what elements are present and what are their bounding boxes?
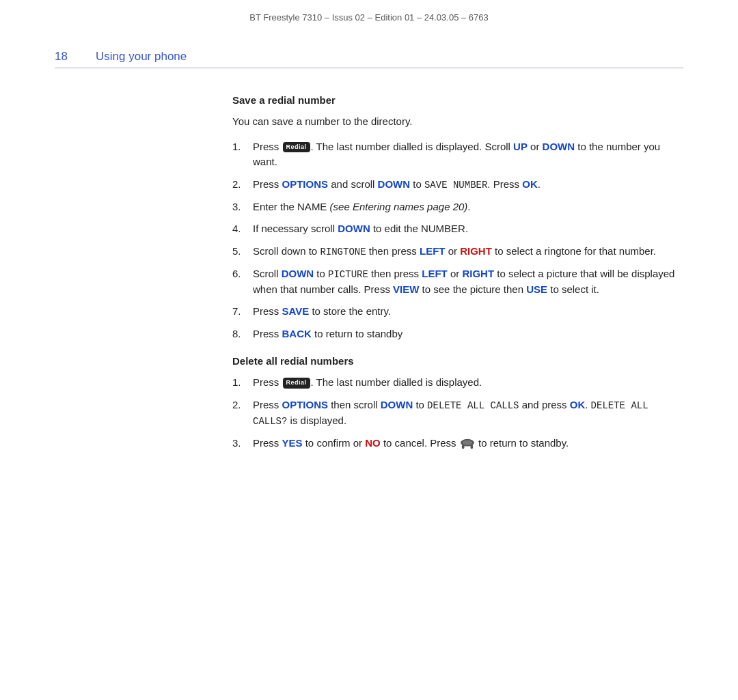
save-number-keyword: SAVE NUMBER [424,180,487,191]
save-step-6: 6. Scroll DOWN to PICTURE then press LEF… [232,266,683,298]
up-keyword: UP [513,141,528,152]
save-step-3: 3. Enter the NAME (see Entering names pa… [232,199,683,215]
page-header: BT Freestyle 7310 – Issus 02 – Edition 0… [0,0,738,29]
ok-keyword-1: OK [522,178,538,190]
save-step-1: 1. Press Redial. The last number dialled… [232,139,683,170]
delete-step-text-2: Press OPTIONS then scroll DOWN to DELETE… [253,397,683,429]
delete-step-text-3: Press YES to confirm or NO to cancel. Pr… [253,436,683,451]
redial-button-icon-2: Redial [283,378,310,389]
step-num-3: 3. [232,199,247,215]
entering-names-ref: (see Entering names page 20) [330,201,468,212]
save-step-5: 5. Scroll down to RINGTONE then press LE… [232,244,683,260]
step-num-8: 8. [232,326,247,342]
options-keyword-1: OPTIONS [282,178,329,190]
delete-redial-steps: 1. Press Redial. The last number dialled… [232,375,683,451]
svg-rect-2 [470,444,473,448]
step-text-5: Scroll down to RINGTONE then press LEFT … [253,244,683,260]
delete-redial-section: Delete all redial numbers 1. Press Redia… [232,355,683,451]
right-keyword-2: RIGHT [462,268,494,279]
back-keyword: BACK [282,328,312,339]
delete-redial-heading: Delete all redial numbers [232,355,683,367]
delete-step-3: 3. Press YES to confirm or NO to cancel.… [232,436,683,451]
step-num-2: 2. [232,177,247,193]
right-content: Save a redial number You can save a numb… [219,82,683,464]
options-keyword-2: OPTIONS [282,399,329,410]
save-redial-heading: Save a redial number [232,94,683,106]
svg-point-3 [463,440,472,445]
page-container: BT Freestyle 7310 – Issus 02 – Edition 0… [0,0,738,700]
step-text-3: Enter the NAME (see Entering names page … [253,199,683,215]
header-text: BT Freestyle 7310 – Issus 02 – Edition 0… [249,12,489,23]
ok-keyword-2: OK [570,399,586,410]
delete-step-2: 2. Press OPTIONS then scroll DOWN to DEL… [232,397,683,429]
yes-keyword: YES [282,437,303,449]
step-num-4: 4. [232,221,247,237]
save-redial-section: Save a redial number You can save a numb… [232,94,683,341]
use-keyword: USE [526,283,547,295]
section-header: 18 Using your phone [55,50,683,68]
save-redial-steps: 1. Press Redial. The last number dialled… [232,139,683,342]
down-keyword-2: DOWN [378,178,411,190]
left-margin [55,82,219,464]
step-text-8: Press BACK to return to standby [253,326,683,342]
delete-step-num-2: 2. [232,397,247,429]
down-keyword-3: DOWN [338,223,370,234]
save-redial-intro: You can save a number to the directory. [232,114,683,130]
svg-rect-1 [462,444,465,448]
step-text-1: Press Redial. The last number dialled is… [253,139,683,170]
delete-all-calls-keyword: DELETE ALL CALLS [427,400,519,411]
step-text-7: Press SAVE to store the entry. [253,304,683,320]
section-title: Using your phone [96,50,187,64]
step-num-6: 6. [232,266,247,298]
left-keyword-1: LEFT [420,245,446,257]
delete-step-num-1: 1. [232,375,247,391]
end-call-icon [460,438,475,450]
save-step-2: 2. Press OPTIONS and scroll DOWN to SAVE… [232,177,683,193]
step-text-4: If necessary scroll DOWN to edit the NUM… [253,221,683,237]
delete-step-num-3: 3. [232,436,247,451]
page-number: 18 [55,50,75,64]
right-keyword-1: RIGHT [460,245,492,257]
save-step-4: 4. If necessary scroll DOWN to edit the … [232,221,683,237]
delete-step-1: 1. Press Redial. The last number dialled… [232,375,683,391]
no-keyword: NO [365,437,381,449]
step-num-1: 1. [232,139,247,170]
save-step-7: 7. Press SAVE to store the entry. [232,304,683,320]
picture-keyword: PICTURE [328,269,368,280]
down-keyword-5: DOWN [381,399,413,410]
step-text-6: Scroll DOWN to PICTURE then press LEFT o… [253,266,683,298]
step-text-2: Press OPTIONS and scroll DOWN to SAVE NU… [253,177,683,193]
down-keyword-4: DOWN [282,268,314,279]
save-keyword: SAVE [282,305,310,317]
view-keyword: VIEW [393,283,419,295]
save-step-8: 8. Press BACK to return to standby [232,326,683,342]
content-area: 18 Using your phone Save a redial number… [0,50,738,464]
redial-button-icon: Redial [283,142,310,153]
step-num-7: 7. [232,304,247,320]
ringtone-keyword: RINGTONE [320,247,366,257]
step-num-5: 5. [232,244,247,260]
left-keyword-2: LEFT [422,268,448,279]
main-content: Save a redial number You can save a numb… [55,82,683,464]
delete-step-text-1: Press Redial. The last number dialled is… [253,375,683,391]
down-keyword-1: DOWN [543,141,575,152]
